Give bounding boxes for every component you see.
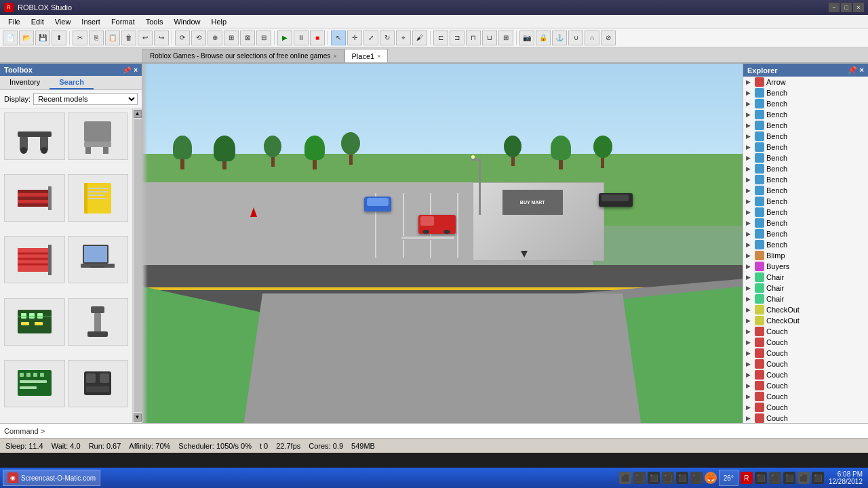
- snap1[interactable]: ⊏: [433, 30, 448, 45]
- explorer-item-bench-3[interactable]: ▶ Bench: [743, 109, 868, 120]
- menu-view[interactable]: View: [50, 16, 77, 27]
- explorer-item-checkout-2[interactable]: ▶ CheckOut: [743, 315, 868, 326]
- camera-btn[interactable]: 📷: [519, 30, 534, 45]
- pause-button[interactable]: ⏸: [294, 30, 309, 45]
- bench12-expand-icon[interactable]: ▶: [746, 209, 753, 216]
- explorer-close-icon[interactable]: ×: [860, 66, 864, 75]
- menu-file[interactable]: File: [3, 16, 26, 27]
- bench7-expand-icon[interactable]: ▶: [746, 155, 753, 161]
- bench5-expand-icon[interactable]: ▶: [746, 133, 753, 140]
- tray-icon-extra[interactable]: ⬛: [755, 472, 767, 484]
- save-button[interactable]: 💾: [35, 30, 50, 45]
- transform-tool[interactable]: ⌖: [396, 30, 411, 45]
- checkout1-expand-icon[interactable]: ▶: [746, 306, 753, 313]
- tab-place1[interactable]: Place1 ×: [344, 49, 389, 62]
- menu-tools[interactable]: Tools: [140, 16, 169, 27]
- toolbox-item-10[interactable]: [68, 360, 129, 407]
- toolbox-item-3[interactable]: [4, 174, 65, 222]
- explorer-item-couch-5[interactable]: ▶ Couch: [743, 369, 868, 380]
- select-tool[interactable]: ↖: [331, 30, 346, 45]
- toolbox-close-icon[interactable]: ×: [134, 66, 138, 74]
- explorer-item-couch-8[interactable]: ▶ Couch: [743, 402, 868, 413]
- display-dropdown[interactable]: Recent models: [33, 93, 138, 105]
- chair2-expand-icon[interactable]: ▶: [746, 285, 753, 291]
- explorer-item-bench-5[interactable]: ▶ Bench: [743, 131, 868, 142]
- bench6-expand-icon[interactable]: ▶: [746, 144, 753, 150]
- open-button[interactable]: 📂: [19, 30, 34, 45]
- tool6[interactable]: ⊟: [256, 30, 271, 45]
- explorer-item-bench-8[interactable]: ▶ Bench: [743, 163, 868, 174]
- tray-icon-1[interactable]: ⬛: [619, 472, 631, 484]
- toolbox-scroll-thumb[interactable]: [134, 119, 142, 412]
- clock-area[interactable]: 6:08 PM 12/28/2012: [826, 470, 865, 485]
- bench14-expand-icon[interactable]: ▶: [746, 230, 753, 237]
- bench9-expand-icon[interactable]: ▶: [746, 176, 753, 183]
- buyers-expand-icon[interactable]: ▶: [746, 263, 753, 270]
- lock-btn[interactable]: 🔒: [536, 30, 551, 45]
- toolbox-tab-inventory[interactable]: Inventory: [0, 76, 50, 89]
- bench4-expand-icon[interactable]: ▶: [746, 122, 753, 129]
- snap3[interactable]: ⊓: [466, 30, 481, 45]
- explorer-item-chair-1[interactable]: ▶ Chair: [743, 272, 868, 283]
- explorer-item-bench-14[interactable]: ▶ Bench: [743, 228, 868, 239]
- tool2[interactable]: ⟲: [191, 30, 206, 45]
- explorer-item-bench-15[interactable]: ▶ Bench: [743, 239, 868, 250]
- menu-edit[interactable]: Edit: [26, 16, 50, 27]
- union-btn[interactable]: ∪: [568, 30, 583, 45]
- explorer-item-arrow[interactable]: ▶ Arrow: [743, 77, 868, 87]
- command-input[interactable]: [45, 427, 864, 435]
- toolbox-item-6[interactable]: [68, 236, 129, 283]
- toolbox-scroll-up[interactable]: ▲: [134, 110, 142, 118]
- explorer-item-bench-9[interactable]: ▶ Bench: [743, 174, 868, 185]
- menu-format[interactable]: Format: [106, 16, 140, 27]
- explorer-item-couch-7[interactable]: ▶ Couch: [743, 391, 868, 402]
- minimize-button[interactable]: −: [829, 3, 840, 12]
- copy-button[interactable]: ⎘: [89, 30, 104, 45]
- close-button[interactable]: ×: [853, 3, 864, 12]
- tray-icon-5[interactable]: ⬛: [676, 472, 688, 484]
- explorer-list[interactable]: ▶ Arrow ▶ Bench ▶ Bench ▶ Bench ▶: [743, 77, 868, 423]
- explorer-item-bench-6[interactable]: ▶ Bench: [743, 142, 868, 152]
- toolbox-item-5[interactable]: [4, 236, 65, 283]
- bench1-expand-icon[interactable]: ▶: [746, 89, 753, 96]
- bench8-expand-icon[interactable]: ▶: [746, 165, 753, 172]
- couch3-expand-icon[interactable]: ▶: [746, 350, 753, 357]
- toolbox-scroll-down[interactable]: ▼: [134, 413, 142, 422]
- tab-roblox-close[interactable]: ×: [333, 53, 336, 60]
- toolbox-item-9[interactable]: [4, 360, 65, 407]
- tool1[interactable]: ⟳: [175, 30, 190, 45]
- explorer-item-bench-12[interactable]: ▶ Bench: [743, 207, 868, 218]
- explorer-item-couch-1[interactable]: ▶ Couch: [743, 326, 868, 337]
- tab-roblox-browser[interactable]: Roblox Games - Browse our selections of …: [142, 49, 344, 62]
- tray-icon-6[interactable]: ⬛: [690, 472, 703, 484]
- explorer-item-bench-10[interactable]: ▶ Bench: [743, 185, 868, 196]
- tray-icon-extra4[interactable]: ⬛: [797, 472, 810, 484]
- separate-btn[interactable]: ⊘: [601, 30, 616, 45]
- tab-place1-close[interactable]: ×: [377, 53, 380, 60]
- explorer-item-checkout-1[interactable]: ▶ CheckOut: [743, 304, 868, 315]
- explorer-item-bench-11[interactable]: ▶ Bench: [743, 196, 868, 207]
- couch6-expand-icon[interactable]: ▶: [746, 382, 753, 389]
- taskbar-screencaster[interactable]: ◉ Screencast-O-Matic.com: [3, 470, 100, 486]
- bench11-expand-icon[interactable]: ▶: [746, 198, 753, 205]
- explorer-item-bench-1[interactable]: ▶ Bench: [743, 87, 868, 98]
- cut-button[interactable]: ✂: [73, 30, 87, 45]
- viewport[interactable]: BUY MART: [142, 64, 743, 423]
- bench2-expand-icon[interactable]: ▶: [746, 100, 753, 107]
- explorer-item-couch-2[interactable]: ▶ Couch: [743, 337, 868, 348]
- toolbox-item-1[interactable]: [4, 113, 65, 160]
- tray-icon-3[interactable]: ⬛: [648, 472, 660, 484]
- toolbox-item-8[interactable]: [68, 298, 129, 346]
- explorer-item-bench-2[interactable]: ▶ Bench: [743, 98, 868, 109]
- grid-toggle[interactable]: ⊞: [498, 30, 513, 45]
- scale-tool[interactable]: ⤢: [363, 30, 378, 45]
- tray-icon-4[interactable]: ⬛: [662, 472, 674, 484]
- undo-button[interactable]: ↩: [138, 30, 153, 45]
- taskbar-weather[interactable]: 26°: [719, 470, 738, 486]
- explorer-item-bench-13[interactable]: ▶ Bench: [743, 218, 868, 228]
- explorer-item-buyers[interactable]: ▶ Buyers: [743, 261, 868, 272]
- tray-icon-extra3[interactable]: ⬛: [783, 472, 795, 484]
- blimp-expand-icon[interactable]: ▶: [746, 252, 753, 259]
- couch7-expand-icon[interactable]: ▶: [746, 393, 753, 400]
- explorer-item-blimp[interactable]: ▶ Blimp: [743, 250, 868, 261]
